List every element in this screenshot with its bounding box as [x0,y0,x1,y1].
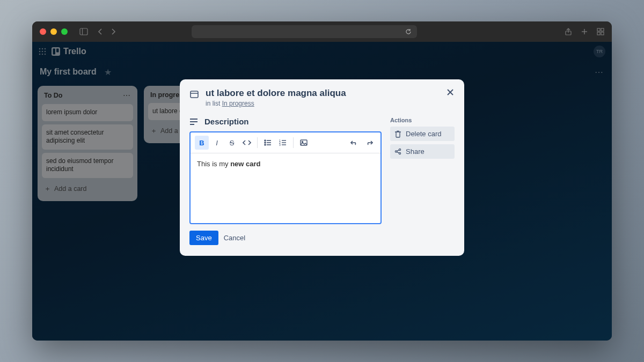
svg-line-46 [397,152,399,153]
numbered-list-icon: 123 [279,139,287,146]
svg-point-28 [265,140,266,141]
new-tab-icon[interactable] [581,28,588,35]
redo-button[interactable] [362,136,376,150]
undo-button[interactable] [347,136,361,150]
sidebar-toggle-icon[interactable] [79,28,88,35]
redo-icon [365,139,373,146]
trash-icon [394,130,401,138]
bullet-list-button[interactable] [261,136,275,150]
browser-window: Trello TR My first board ★ ⋯ To Do ⋯ lor… [32,21,612,341]
actions-label: Actions [390,117,455,123]
maximize-window-button[interactable] [61,28,68,35]
svg-text:3: 3 [279,143,281,146]
svg-point-41 [302,142,303,143]
window-controls [40,28,68,35]
forward-button[interactable] [111,28,116,35]
close-window-button[interactable] [40,28,46,35]
delete-card-button[interactable]: Delete card [390,127,455,141]
trello-app: Trello TR My first board ★ ⋯ To Do ⋯ lor… [32,42,612,341]
description-label: Description [204,117,249,126]
card-list-location: in list In progress [206,100,346,107]
card-icon [189,90,199,99]
svg-rect-40 [301,140,307,145]
save-button[interactable]: Save [189,231,218,245]
close-button[interactable] [444,86,457,99]
share-button[interactable]: Share [390,144,455,159]
svg-point-30 [265,142,266,143]
minimize-window-button[interactable] [50,28,57,35]
back-button[interactable] [98,28,103,35]
cancel-button[interactable]: Cancel [224,234,245,242]
reload-icon[interactable] [405,28,412,35]
svg-rect-23 [191,91,198,98]
browser-actions [565,28,604,35]
list-link[interactable]: In progress [222,100,254,107]
svg-line-45 [397,150,399,151]
url-bar[interactable] [192,25,417,38]
svg-rect-5 [597,28,600,31]
code-button[interactable] [240,136,254,150]
image-icon [300,139,308,146]
editor-actions: Save Cancel [189,231,382,245]
bullet-list-icon [264,139,272,146]
code-icon [243,139,251,146]
image-button[interactable] [297,136,311,150]
undo-icon [350,139,358,146]
modal-header: ut labore et dolore magna aliqua in list… [189,88,455,107]
browser-nav [98,28,116,35]
strikethrough-button[interactable]: S [225,136,239,150]
share-icon [394,148,401,155]
modal-sidebar: Actions Delete card Share [390,117,455,245]
italic-button[interactable]: I [210,136,224,150]
share-icon[interactable] [565,28,572,35]
editor-toolbar: B I S 123 [191,132,380,153]
tabs-grid-icon[interactable] [597,28,604,35]
card-detail-modal: ut labore et dolore magna aliqua in list… [180,79,464,256]
svg-rect-7 [597,32,600,35]
description-editor: B I S 123 [189,131,382,224]
editor-textarea[interactable]: This is my new card [191,153,380,223]
description-icon [189,118,198,125]
modal-main: Description B I S [189,117,382,245]
svg-point-32 [265,144,266,145]
numbered-list-button[interactable]: 123 [276,136,290,150]
bold-button[interactable]: B [195,136,209,150]
svg-rect-6 [601,28,604,31]
browser-titlebar [32,21,612,42]
svg-rect-0 [80,28,87,35]
svg-rect-8 [601,32,604,35]
close-icon [446,88,455,97]
card-title[interactable]: ut labore et dolore magna aliqua [206,88,346,99]
